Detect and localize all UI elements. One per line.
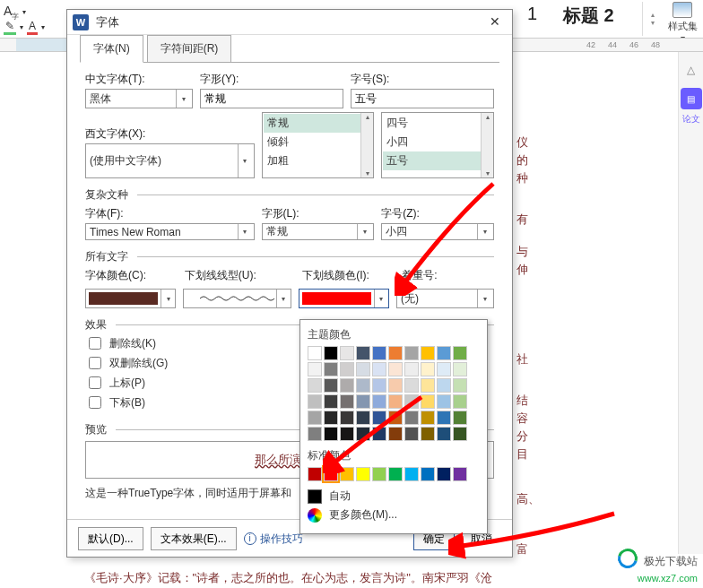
color-swatch[interactable] [308, 362, 322, 376]
color-swatch[interactable] [421, 394, 435, 409]
underline-color-select[interactable]: ▾ [299, 289, 389, 308]
checkbox-superscript[interactable] [89, 376, 101, 389]
color-swatch[interactable] [437, 394, 451, 409]
color-swatch[interactable] [437, 427, 451, 441]
color-swatch[interactable] [453, 394, 467, 409]
complex-font-select[interactable]: Times New Roman▾ [85, 223, 255, 240]
color-swatch[interactable] [340, 362, 354, 376]
color-swatch[interactable] [437, 467, 451, 481]
color-swatch[interactable] [404, 378, 419, 393]
color-swatch[interactable] [308, 411, 322, 425]
color-swatch[interactable] [372, 378, 386, 393]
color-swatch[interactable] [324, 378, 338, 393]
color-swatch[interactable] [324, 467, 338, 481]
color-swatch[interactable] [421, 467, 435, 481]
default-button[interactable]: 默认(D)... [78, 527, 143, 550]
dropdown-caret-icon[interactable]: ▾ [22, 8, 26, 16]
color-swatch[interactable] [388, 411, 403, 425]
color-swatch[interactable] [388, 346, 403, 360]
color-swatch[interactable] [388, 362, 403, 376]
color-swatch[interactable] [421, 378, 435, 393]
color-swatch[interactable] [404, 467, 419, 481]
color-swatch[interactable] [308, 467, 322, 481]
thesis-panel-button[interactable]: ▤ [681, 88, 702, 109]
collapse-panel-button[interactable]: △ [681, 59, 702, 81]
chinese-font-select[interactable]: 黑体▾ [85, 89, 193, 108]
color-swatch[interactable] [372, 411, 386, 425]
color-swatch[interactable] [404, 427, 419, 441]
color-swatch[interactable] [404, 394, 419, 409]
color-swatch[interactable] [388, 427, 403, 441]
scrollbar[interactable]: ▴▾ [481, 113, 493, 177]
color-swatch[interactable] [308, 346, 322, 360]
color-swatch[interactable] [340, 467, 354, 481]
style-heading1[interactable]: 1 [527, 4, 537, 24]
color-swatch[interactable] [372, 394, 386, 409]
style-listbox[interactable]: 常规 倾斜 加粗 ▴▾ [262, 112, 375, 178]
color-swatch[interactable] [324, 427, 338, 441]
color-swatch[interactable] [308, 378, 322, 393]
color-swatch[interactable] [324, 362, 338, 376]
color-swatch[interactable] [356, 378, 370, 393]
complex-size-select[interactable]: 小四▾ [381, 223, 494, 240]
color-swatch[interactable] [388, 394, 403, 409]
color-swatch[interactable] [404, 362, 419, 376]
list-item[interactable]: 加粗 [264, 151, 373, 170]
list-item[interactable]: 倾斜 [264, 133, 373, 151]
color-swatch[interactable] [437, 346, 451, 360]
color-swatch[interactable] [356, 362, 370, 376]
color-swatch[interactable] [404, 411, 419, 425]
color-swatch[interactable] [356, 467, 370, 481]
close-button[interactable]: ✕ [483, 14, 507, 30]
color-swatch[interactable] [356, 411, 370, 425]
font-color-select[interactable]: ▾ [85, 289, 176, 308]
auto-color-button[interactable]: 自动 [308, 489, 480, 504]
color-swatch[interactable] [404, 346, 419, 360]
font-color-icon[interactable]: A [27, 20, 38, 35]
color-swatch[interactable] [372, 467, 386, 481]
checkbox-strike[interactable] [89, 337, 101, 350]
color-swatch[interactable] [356, 346, 370, 360]
color-swatch[interactable] [437, 378, 451, 393]
color-swatch[interactable] [421, 362, 435, 376]
color-swatch[interactable] [324, 411, 338, 425]
color-swatch[interactable] [324, 346, 338, 360]
color-swatch[interactable] [453, 427, 467, 441]
color-swatch[interactable] [437, 362, 451, 376]
color-swatch[interactable] [308, 394, 322, 409]
tab-spacing[interactable]: 字符间距(R) [147, 35, 232, 62]
color-swatch[interactable] [453, 346, 467, 360]
tab-font[interactable]: 字体(N) [80, 35, 143, 63]
color-swatch[interactable] [372, 362, 386, 376]
color-swatch[interactable] [340, 346, 354, 360]
size-input[interactable] [351, 89, 494, 108]
color-swatch[interactable] [324, 394, 338, 409]
color-swatch[interactable] [421, 346, 435, 360]
style-scroll[interactable]: ▴▾ [642, 2, 662, 36]
highlight-icon[interactable]: ✎ [4, 20, 16, 35]
color-swatch[interactable] [340, 427, 354, 441]
style-input[interactable] [200, 89, 343, 108]
color-swatch[interactable] [356, 394, 370, 409]
dropdown-caret-icon[interactable]: ▾ [20, 23, 23, 31]
color-swatch[interactable] [340, 378, 354, 393]
underline-style-select[interactable]: ▾ [183, 289, 291, 308]
color-swatch[interactable] [453, 467, 467, 481]
scrollbar[interactable]: ▴▾ [360, 113, 373, 177]
color-swatch[interactable] [340, 411, 354, 425]
color-swatch[interactable] [437, 411, 451, 425]
dropdown-caret-icon[interactable]: ▾ [41, 23, 45, 31]
color-swatch[interactable] [421, 427, 435, 441]
size-listbox[interactable]: 四号 小四 五号 ▴▾ [381, 112, 494, 178]
checkbox-subscript[interactable] [89, 396, 101, 409]
emphasis-select[interactable]: (无)▾ [396, 289, 494, 308]
list-item[interactable]: 常规 [264, 114, 373, 133]
format-font-icon[interactable]: A字 [4, 4, 19, 22]
color-swatch[interactable] [453, 378, 467, 393]
list-item[interactable]: 四号 [383, 114, 492, 133]
color-swatch[interactable] [372, 427, 386, 441]
color-swatch[interactable] [340, 394, 354, 409]
color-swatch[interactable] [388, 467, 403, 481]
style-heading2[interactable]: 标题 2 [563, 4, 614, 28]
color-swatch[interactable] [388, 378, 403, 393]
